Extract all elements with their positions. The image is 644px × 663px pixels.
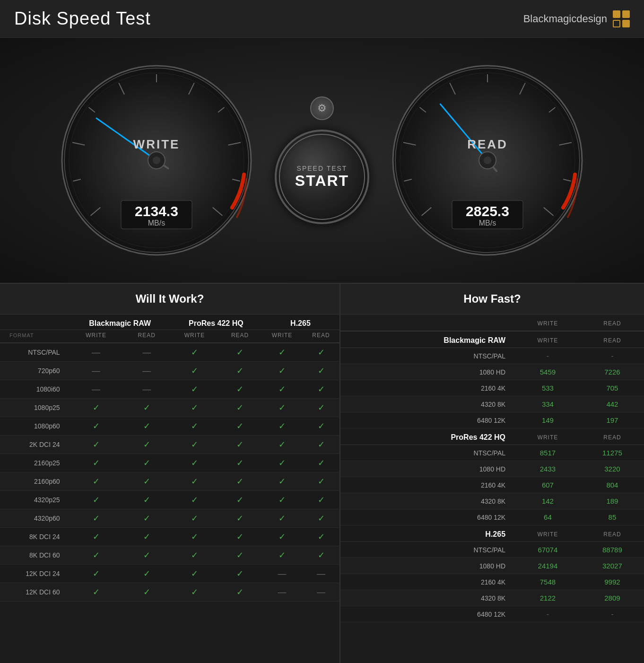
- h265-write-cell: ✓: [261, 491, 303, 509]
- hf-format-cell: 1080 HD: [340, 364, 515, 380]
- app-title: Disk Speed Test: [14, 9, 151, 29]
- will-it-work-table: Blackmagic RAW ProRes 422 HQ H.265 FORMA…: [0, 314, 339, 602]
- hf-read-cell: 3220: [581, 461, 644, 477]
- gauge-section: WRITE 2134.3 MB/s ⚙ SPEED TEST START: [0, 38, 644, 284]
- hf-format-cell: 2160 4K: [340, 477, 515, 493]
- bmraw-write-cell: ✓: [70, 491, 123, 509]
- bmraw-read-cell: ✓: [123, 472, 171, 491]
- hf-format-cell: 4320 8K: [340, 396, 515, 412]
- format-cell: 2160p25: [0, 454, 70, 472]
- prores-write-cell: ✓: [171, 454, 218, 472]
- h265-read-header: READ: [303, 330, 339, 343]
- h265-write-cell: ✓: [261, 380, 303, 399]
- svg-text:MB/s: MB/s: [479, 219, 496, 227]
- read-gauge: READ 2825.3 MB/s: [388, 61, 587, 260]
- bmraw-read-header: READ: [123, 330, 171, 343]
- prores-read-cell: ✓: [218, 472, 261, 491]
- hf-read-header: READ: [581, 314, 644, 331]
- format-cell: 4320p60: [0, 509, 70, 528]
- hf-format-cell: 2160 4K: [340, 380, 515, 396]
- h265-write-cell: ✓: [261, 528, 303, 546]
- group-label-row: H.265 WRITE READ: [340, 525, 644, 542]
- hf-format-cell: 6480 12K: [340, 606, 515, 622]
- h265-write-header: WRITE: [261, 330, 303, 343]
- bmraw-read-cell: ✓: [123, 546, 171, 565]
- table-row: NTSC/PAL - -: [340, 348, 644, 364]
- h265-write-cell: ✓: [261, 436, 303, 454]
- svg-text:2134.3: 2134.3: [135, 203, 178, 219]
- prores-read-cell: ✓: [218, 546, 261, 565]
- h265-write-cell: ✓: [261, 546, 303, 565]
- how-fast-header: How Fast?: [340, 284, 644, 314]
- h265-write-cell: —: [261, 565, 303, 583]
- table-row: 2160 4K 7548 9992: [340, 574, 644, 590]
- speed-test-label: SPEED TEST: [297, 165, 348, 172]
- bmraw-read-cell: ✓: [123, 509, 171, 528]
- brand-square-2: [622, 10, 630, 18]
- prores-read-cell: ✓: [218, 436, 261, 454]
- settings-button[interactable]: ⚙: [310, 96, 334, 120]
- bmraw-write-cell: —: [70, 380, 123, 399]
- hf-write-cell: 8517: [515, 445, 581, 461]
- h265-read-cell: ✓: [303, 380, 339, 399]
- h265-write-cell: ✓: [261, 454, 303, 472]
- table-row: 2160p60 ✓ ✓ ✓ ✓ ✓ ✓: [0, 472, 339, 491]
- bmraw-read-cell: —: [123, 380, 171, 399]
- hf-format-cell: 1080 HD: [340, 461, 515, 477]
- prores-read-cell: ✓: [218, 528, 261, 546]
- table-row: 4320p60 ✓ ✓ ✓ ✓ ✓ ✓: [0, 509, 339, 528]
- format-cell: 1080p60: [0, 417, 70, 436]
- h265-write-cell: ✓: [261, 362, 303, 380]
- prores-write-cell: ✓: [171, 491, 218, 509]
- prores-read-cell: ✓: [218, 343, 261, 362]
- hf-read-cell: 197: [581, 412, 644, 428]
- hf-format-cell: NTSC/PAL: [340, 348, 515, 364]
- h265-read-cell: ✓: [303, 343, 339, 362]
- hf-write-cell: 2122: [515, 590, 581, 606]
- bmraw-write-cell: ✓: [70, 472, 123, 491]
- h265-write-cell: ✓: [261, 343, 303, 362]
- group-label-row: ProRes 422 HQ WRITE READ: [340, 428, 644, 445]
- hf-write-cell: 64: [515, 509, 581, 525]
- bmraw-read-cell: —: [123, 362, 171, 380]
- svg-point-17: [153, 157, 160, 164]
- will-it-work-body: NTSC/PAL — — ✓ ✓ ✓ ✓ 720p60 — — ✓ ✓ ✓ ✓ …: [0, 343, 339, 602]
- format-cell: NTSC/PAL: [0, 343, 70, 362]
- bmraw-write-cell: ✓: [70, 583, 123, 602]
- table-row: NTSC/PAL 8517 11275: [340, 445, 644, 461]
- hf-write-cell: 607: [515, 477, 581, 493]
- h265-read-cell: ✓: [303, 509, 339, 528]
- format-group-header: [0, 314, 70, 330]
- bmraw-read-cell: ✓: [123, 436, 171, 454]
- prores-group-header: ProRes 422 HQ: [171, 314, 261, 330]
- hf-format-cell: NTSC/PAL: [340, 542, 515, 558]
- h265-read-cell: ✓: [303, 491, 339, 509]
- speed-test-start-button[interactable]: SPEED TEST START: [275, 130, 369, 224]
- hf-read-cell: 9992: [581, 574, 644, 590]
- h265-write-cell: ✓: [261, 417, 303, 436]
- svg-text:2825.3: 2825.3: [466, 203, 509, 219]
- bmraw-write-cell: —: [70, 343, 123, 362]
- table-row: 1080p25 ✓ ✓ ✓ ✓ ✓ ✓: [0, 399, 339, 417]
- h265-read-cell: ✓: [303, 362, 339, 380]
- bmraw-write-cell: ✓: [70, 565, 123, 583]
- format-cell: 2160p60: [0, 472, 70, 491]
- bmraw-write-cell: ✓: [70, 509, 123, 528]
- format-cell: 1080i60: [0, 380, 70, 399]
- table-row: 2160 4K 533 705: [340, 380, 644, 396]
- hf-read-cell: 705: [581, 380, 644, 396]
- prores-write-cell: ✓: [171, 509, 218, 528]
- table-row: 4320 8K 2122 2809: [340, 590, 644, 606]
- write-gauge: WRITE 2134.3 MB/s: [57, 61, 256, 260]
- h265-write-cell: ✓: [261, 509, 303, 528]
- format-sub-header: FORMAT: [0, 330, 70, 343]
- table-row: 1080 HD 24194 32027: [340, 558, 644, 574]
- table-row: 1080p60 ✓ ✓ ✓ ✓ ✓ ✓: [0, 417, 339, 436]
- will-it-work-header: Will It Work?: [0, 284, 339, 314]
- table-row: 4320p25 ✓ ✓ ✓ ✓ ✓ ✓: [0, 491, 339, 509]
- prores-write-cell: ✓: [171, 343, 218, 362]
- prores-read-cell: ✓: [218, 491, 261, 509]
- prores-read-cell: ✓: [218, 509, 261, 528]
- bmraw-group-header: Blackmagic RAW: [70, 314, 171, 330]
- write-gauge-svg: WRITE 2134.3 MB/s: [57, 61, 256, 260]
